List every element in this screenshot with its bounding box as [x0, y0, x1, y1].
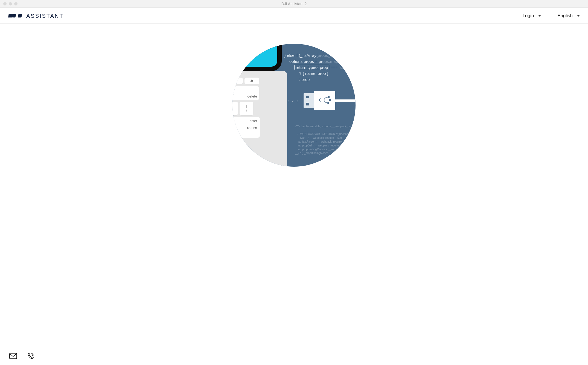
svg-rect-3	[328, 96, 330, 98]
connect-illustration: F12 + = delete } ] | \	[232, 44, 356, 167]
svg-point-2	[329, 99, 331, 101]
main-stage: F12 + = delete } ] | \	[0, 33, 588, 346]
zoom-window-button[interactable]	[14, 2, 18, 5]
dji-logo-icon	[8, 12, 24, 20]
brand: ASSISTANT	[8, 12, 64, 20]
device-screen	[232, 44, 277, 67]
phone-button[interactable]	[27, 352, 34, 361]
usb-icon	[317, 95, 332, 107]
toolbar-divider	[22, 353, 22, 360]
bottom-toolbar	[0, 348, 588, 365]
key-enter: enter return	[232, 117, 260, 138]
key-eject	[244, 78, 259, 84]
close-window-button[interactable]	[3, 2, 7, 5]
brand-text: ASSISTANT	[26, 13, 64, 19]
key-backslash: | \	[240, 102, 253, 115]
usb-plug-illustration	[304, 90, 356, 111]
key-delete: delete	[232, 86, 259, 100]
language-label: English	[557, 13, 573, 19]
usb-cable	[335, 99, 356, 102]
caret-down-icon	[538, 15, 541, 17]
key-bracket: } ]	[232, 102, 238, 115]
usb-body	[314, 91, 335, 110]
code-text: } else if (_.isArray(props)) { options.p…	[284, 52, 356, 83]
caret-down-icon	[577, 15, 580, 17]
minimize-window-button[interactable]	[9, 2, 12, 5]
window-controls[interactable]	[0, 2, 18, 5]
device-illustration	[232, 44, 282, 71]
window-title: DJI Assistant 2	[0, 2, 588, 6]
window-titlebar: DJI Assistant 2	[0, 0, 588, 8]
usb-connector	[304, 93, 314, 108]
login-dropdown[interactable]: Login	[523, 13, 541, 19]
login-label: Login	[523, 13, 534, 19]
mail-icon	[9, 353, 17, 360]
svg-point-4	[327, 102, 329, 104]
eject-icon	[250, 79, 254, 83]
language-dropdown[interactable]: English	[557, 13, 580, 19]
direction-arrows-icon: ‹ ‹ ‹	[288, 99, 299, 103]
svg-rect-5	[10, 353, 17, 359]
background-code-text: /***/ function(module, exports, __webpac…	[295, 125, 356, 155]
keyboard-illustration: F12 + = delete } ] | \	[232, 71, 287, 167]
app-header: ASSISTANT Login English	[0, 8, 588, 24]
mail-button[interactable]	[9, 353, 17, 360]
phone-icon	[27, 352, 34, 361]
key-f12: F12	[232, 78, 243, 84]
